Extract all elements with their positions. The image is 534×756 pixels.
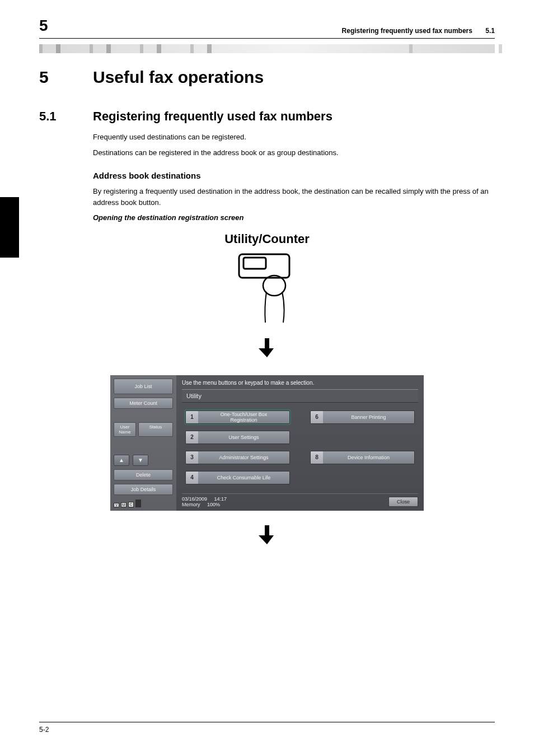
- footer-memory-value: 100%: [207, 502, 220, 507]
- menu-item-label: Device Information: [323, 451, 414, 464]
- meter-count-button[interactable]: Meter Count: [114, 398, 173, 409]
- section-heading: 5.1Registering frequently used fax numbe…: [39, 109, 495, 124]
- press-button-illustration: [225, 251, 309, 324]
- menu-item-number: 4: [186, 472, 198, 484]
- running-head-title: Registering frequently used fax numbers: [342, 27, 472, 35]
- menu-item-label: One-Touch/User Box Registration: [198, 411, 289, 423]
- arrow-down-icon: [39, 338, 495, 361]
- utility-menu-item[interactable]: 1One-Touch/User Box Registration: [185, 410, 290, 424]
- section-title: Registering frequently used fax numbers: [93, 109, 332, 123]
- menu-item-number: 1: [186, 411, 198, 423]
- delete-button[interactable]: Delete: [114, 469, 173, 480]
- arrow-down-icon: [39, 525, 495, 548]
- job-details-button[interactable]: Job Details: [114, 484, 173, 495]
- utility-hint: Use the menu buttons or keypad to make a…: [182, 379, 418, 389]
- header-chapter-number: 5: [39, 17, 48, 35]
- scroll-up-button[interactable]: ▲: [114, 455, 129, 466]
- toner-m-icon: M: [121, 502, 127, 507]
- utility-title: Utility: [182, 389, 418, 403]
- menu-item-number: 3: [186, 451, 198, 464]
- running-head-section: 5.1: [485, 27, 495, 35]
- menu-item-label: Administrator Settings: [198, 451, 289, 464]
- page-footer: 5-2: [39, 722, 495, 734]
- user-name-label: User Name: [114, 422, 136, 437]
- menu-item-label: User Settings: [198, 431, 289, 444]
- subsection-heading: Address book destinations: [93, 171, 495, 180]
- menu-item-label: Banner Printing: [323, 411, 414, 423]
- figure-title: Utility/Counter: [39, 232, 495, 246]
- decor-bar: [39, 44, 495, 53]
- running-head: Registering frequently used fax numbers …: [342, 27, 495, 35]
- page-header: 5 Registering frequently used fax number…: [39, 17, 495, 37]
- menu-item-number: 6: [311, 411, 323, 423]
- utility-menu-item[interactable]: 8Device Information: [310, 451, 415, 464]
- utility-footer: 03/16/2009 14:17 Memory 100% Close: [182, 493, 418, 507]
- subsection-paragraph: By registering a frequently used destina…: [93, 186, 495, 208]
- section-paragraph: Destinations can be registered in the ad…: [93, 147, 495, 158]
- scroll-down-button[interactable]: ▼: [133, 455, 148, 466]
- chapter-title: Useful fax operations: [93, 68, 264, 86]
- section-number: 5.1: [39, 109, 93, 124]
- section-paragraph: Frequently used destinations can be regi…: [93, 132, 495, 143]
- thumb-tab: [0, 197, 19, 258]
- chapter-number: 5: [39, 68, 93, 87]
- toner-c-icon: C: [128, 502, 134, 507]
- header-rule: [39, 38, 495, 39]
- chapter-heading: 5Useful fax operations: [39, 68, 495, 87]
- job-list-button[interactable]: Job List: [114, 379, 173, 394]
- toner-levels: Y M C K: [114, 498, 173, 507]
- svg-rect-1: [243, 258, 266, 269]
- close-button[interactable]: Close: [388, 497, 418, 507]
- footer-date: 03/16/2009: [182, 496, 207, 502]
- utility-main: Use the menu buttons or keypad to make a…: [176, 375, 424, 511]
- status-button[interactable]: Status: [138, 422, 173, 437]
- footer-time: 14:17: [214, 496, 227, 502]
- menu-item-label: Check Consumable Life: [198, 472, 289, 484]
- utility-sidebar: Job List Meter Count User Name Status ▲ …: [110, 375, 176, 511]
- toner-k-icon: K: [135, 500, 141, 507]
- utility-screen: Job List Meter Count User Name Status ▲ …: [110, 375, 424, 511]
- menu-item-number: 2: [186, 431, 198, 444]
- utility-menu-item[interactable]: 4Check Consumable Life: [185, 471, 290, 484]
- footer-memory-label: Memory: [182, 502, 200, 507]
- utility-menu-item[interactable]: 2User Settings: [185, 431, 290, 444]
- toner-y-icon: Y: [114, 503, 119, 507]
- utility-menu-item[interactable]: 6Banner Printing: [310, 410, 415, 424]
- page-number: 5-2: [39, 726, 49, 734]
- menu-item-number: 8: [311, 451, 323, 464]
- procedure-caption: Opening the destination registration scr…: [93, 213, 495, 222]
- utility-menu-item[interactable]: 3Administrator Settings: [185, 451, 290, 464]
